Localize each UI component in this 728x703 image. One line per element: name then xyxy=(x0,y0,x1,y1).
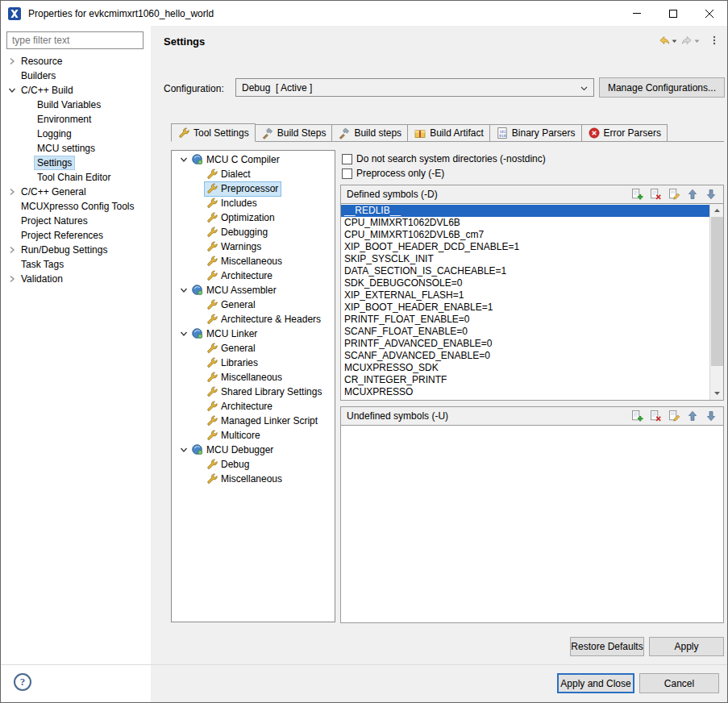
defined-symbol-item[interactable]: __REDLIB__ xyxy=(341,205,709,217)
tool-item-general[interactable]: General xyxy=(172,297,335,312)
tool-item-architecture[interactable]: Architecture xyxy=(172,268,335,283)
configuration-dropdown[interactable]: Debug [ Active ] xyxy=(235,78,594,97)
defined-symbol-item[interactable]: MCUXPRESSO_SDK xyxy=(341,362,709,374)
tab-build-steps[interactable]: Build steps xyxy=(331,124,408,141)
nostdinc-checkbox[interactable] xyxy=(342,154,352,164)
defined-symbol-item[interactable]: CPU_MIMXRT1062DVL6B_cm7 xyxy=(341,229,709,241)
tab-build-steps[interactable]: Build Steps xyxy=(255,124,333,141)
defined-symbol-item[interactable]: SKIP_SYSCLK_INIT xyxy=(341,253,709,265)
sidebar-item-mcu-settings[interactable]: MCU settings xyxy=(1,141,151,156)
tool-item-mcu-assembler[interactable]: MCU Assembler xyxy=(172,283,335,297)
tool-item-general[interactable]: General xyxy=(172,341,335,356)
defined-symbol-item[interactable]: XIP_EXTERNAL_FLASH=1 xyxy=(341,289,709,302)
defined-symbol-item[interactable]: SDK_DEBUGCONSOLE=0 xyxy=(341,277,709,289)
forward-arrow-icon[interactable] xyxy=(680,34,693,47)
tool-item-debug[interactable]: Debug xyxy=(172,457,335,472)
scroll-down-button[interactable] xyxy=(710,387,723,400)
sidebar-item-project-natures[interactable]: Project Natures xyxy=(1,214,151,228)
delete-symbol-button[interactable] xyxy=(649,410,662,422)
add-symbol-button[interactable] xyxy=(630,188,643,201)
chevron-right-icon[interactable] xyxy=(6,243,19,256)
delete-symbol-button[interactable] xyxy=(649,188,662,201)
chevron-right-icon[interactable] xyxy=(6,272,19,285)
add-symbol-button[interactable] xyxy=(630,410,643,422)
view-menu-icon[interactable] xyxy=(708,34,721,47)
edit-symbol-button[interactable] xyxy=(668,410,680,422)
tab-tool-settings[interactable]: Tool Settings xyxy=(171,123,256,142)
sidebar-item-project-references[interactable]: Project References xyxy=(1,228,151,243)
chevron-right-icon[interactable] xyxy=(6,185,19,198)
defined-symbols-list[interactable]: __REDLIB__CPU_MIMXRT1062DVL6BCPU_MIMXRT1… xyxy=(340,204,724,401)
manage-configurations-button[interactable]: Manage Configurations... xyxy=(599,77,725,98)
move-up-button[interactable] xyxy=(686,410,699,422)
sidebar-item-validation[interactable]: Validation xyxy=(1,272,151,286)
minimize-button[interactable] xyxy=(618,1,655,26)
tool-item-debugging[interactable]: Debugging xyxy=(172,225,335,239)
tool-item-miscellaneous[interactable]: Miscellaneous xyxy=(172,254,335,268)
chevron-right-icon[interactable] xyxy=(6,55,19,68)
defined-symbols-scrollbar[interactable] xyxy=(709,204,723,400)
defined-symbol-item[interactable]: SCANF_FLOAT_ENABLE=0 xyxy=(341,326,709,338)
chevron-down-icon[interactable] xyxy=(177,153,190,166)
nostdinc-option[interactable]: Do not search system directories (-nostd… xyxy=(342,152,546,165)
tool-item-miscellaneous[interactable]: Miscellaneous xyxy=(172,370,335,385)
edit-symbol-button[interactable] xyxy=(668,188,680,201)
defined-symbol-item[interactable]: CR_INTEGER_PRINTF xyxy=(341,374,709,386)
defined-symbol-item[interactable]: PRINTF_FLOAT_ENABLE=0 xyxy=(341,314,709,326)
sidebar-item-build-variables[interactable]: Build Variables xyxy=(1,98,151,112)
sidebar-item-settings[interactable]: Settings xyxy=(1,156,151,170)
chevron-down-icon[interactable] xyxy=(177,443,190,456)
defined-symbol-item[interactable]: DATA_SECTION_IS_CACHEABLE=1 xyxy=(341,265,709,277)
sidebar-item-builders[interactable]: Builders xyxy=(1,69,151,83)
restore-defaults-button[interactable]: Restore Defaults xyxy=(570,637,644,656)
defined-symbol-item[interactable]: SCANF_ADVANCED_ENABLE=0 xyxy=(341,350,709,362)
maximize-button[interactable] xyxy=(655,1,691,26)
preprocess-only-checkbox[interactable] xyxy=(342,168,352,179)
tool-item-preprocessor[interactable]: Preprocessor xyxy=(172,181,335,196)
tool-item-includes[interactable]: Includes xyxy=(172,196,335,210)
defined-symbol-item[interactable]: PRINTF_ADVANCED_ENABLE=0 xyxy=(341,338,709,350)
sidebar-item-environment[interactable]: Environment xyxy=(1,112,151,127)
apply-and-close-button[interactable]: Apply and Close xyxy=(557,673,634,693)
sidebar-item-resource[interactable]: Resource xyxy=(1,54,151,69)
tool-item-miscellaneous[interactable]: Miscellaneous xyxy=(172,472,335,486)
defined-symbol-item[interactable]: MCUXPRESSO xyxy=(341,386,709,398)
chevron-down-icon[interactable] xyxy=(177,284,190,297)
sidebar-item-tool-chain-editor[interactable]: Tool Chain Editor xyxy=(1,170,151,185)
tool-item-dialect[interactable]: Dialect xyxy=(172,167,335,181)
forward-history-caret-icon[interactable] xyxy=(694,40,700,44)
tab-build-artifact[interactable]: Build Artifact xyxy=(407,124,490,141)
tool-item-mcu-linker[interactable]: MCU Linker xyxy=(172,327,335,341)
tab-binary-parsers[interactable]: 101010Binary Parsers xyxy=(489,124,582,141)
cancel-button[interactable]: Cancel xyxy=(639,673,719,693)
tool-item-shared-library-settings[interactable]: Shared Library Settings xyxy=(172,385,335,399)
help-button[interactable]: ? xyxy=(14,673,31,691)
close-button[interactable] xyxy=(691,1,727,26)
sidebar-item-task-tags[interactable]: Task Tags xyxy=(1,257,151,272)
sidebar-item-run-debug-settings[interactable]: Run/Debug Settings xyxy=(1,243,151,257)
defined-symbol-item[interactable]: CPU_MIMXRT1062DVL6B xyxy=(341,217,709,229)
undefined-symbols-list[interactable] xyxy=(340,426,724,623)
tool-item-warnings[interactable]: Warnings xyxy=(172,239,335,254)
move-up-button[interactable] xyxy=(686,188,699,201)
apply-button[interactable]: Apply xyxy=(649,637,724,656)
chevron-down-icon[interactable] xyxy=(6,84,19,97)
tool-item-mcu-debugger[interactable]: MCU Debugger xyxy=(172,443,335,457)
tab-error-parsers[interactable]: Error Parsers xyxy=(581,124,668,141)
chevron-down-icon[interactable] xyxy=(177,327,190,340)
filter-input[interactable] xyxy=(6,31,144,49)
scroll-up-button[interactable] xyxy=(710,204,723,217)
sidebar-item-mcuxpresso-config-tools[interactable]: MCUXpresso Config Tools xyxy=(1,199,151,214)
back-arrow-icon[interactable] xyxy=(658,34,671,47)
sidebar-item-c-c-general[interactable]: C/C++ General xyxy=(1,185,151,199)
sidebar-item-logging[interactable]: Logging xyxy=(1,127,151,141)
tool-item-optimization[interactable]: Optimization xyxy=(172,210,335,225)
tool-item-architecture-headers[interactable]: Architecture & Headers xyxy=(172,312,335,327)
move-down-button[interactable] xyxy=(705,188,718,201)
tool-item-multicore[interactable]: Multicore xyxy=(172,428,335,443)
back-history-caret-icon[interactable] xyxy=(672,40,677,44)
sidebar-item-c-c-build[interactable]: C/C++ Build xyxy=(1,83,151,98)
tool-item-libraries[interactable]: Libraries xyxy=(172,356,335,370)
move-down-button[interactable] xyxy=(705,410,718,422)
preprocess-only-option[interactable]: Preprocess only (-E) xyxy=(342,167,444,180)
